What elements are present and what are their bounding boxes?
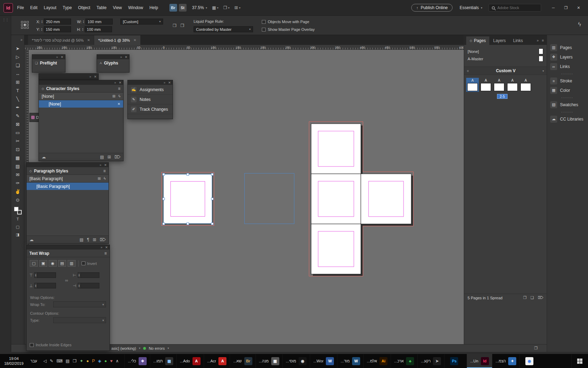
scissors-tool[interactable]: ✂ — [11, 137, 24, 145]
quick-apply-icon[interactable]: ϟ — [104, 176, 106, 181]
menu-item[interactable]: Window — [128, 5, 143, 10]
page-orientation-landscape-button[interactable]: ❐ — [179, 22, 186, 29]
wrap-mode-button[interactable]: ▣ — [39, 260, 47, 267]
page-thumbnail[interactable]: A — [479, 78, 492, 92]
style-group-icon[interactable]: ▤ — [100, 155, 104, 159]
page-size-preset-dropdown[interactable]: [Custom]▾ — [120, 19, 163, 25]
gradient-tool[interactable]: ▩ — [11, 154, 24, 162]
stock-button[interactable]: St — [179, 4, 187, 12]
invert-checkbox[interactable]: Invert — [82, 261, 97, 266]
style-list-item-selected[interactable]: [Basic Paragraph] — [27, 183, 108, 190]
formatting-affects-text-icon[interactable]: T — [11, 215, 24, 223]
liquid-page-rule-dropdown[interactable]: Controlled by Master▾ — [194, 26, 253, 32]
zoom-level-control[interactable]: 37.5%▾ — [192, 5, 207, 10]
selection-handle[interactable] — [211, 198, 214, 200]
stepper-icon[interactable]: ▴▾ — [82, 28, 83, 31]
screen-mode-icon[interactable]: ◨ — [11, 231, 24, 238]
fill-stroke-swatches[interactable] — [13, 206, 22, 215]
cc-sync-icon[interactable]: ☁ — [42, 155, 46, 159]
taskbar-app-button[interactable]: ...Wor W — [310, 354, 337, 368]
wrap-to-dropdown[interactable]: ▾ — [53, 301, 106, 307]
close-button[interactable]: ✕ — [573, 3, 584, 12]
master-page-row[interactable]: A-Master — [464, 55, 547, 62]
include-inside-edges-checkbox[interactable]: Include Inside Edges — [27, 343, 110, 350]
horizontal-ruler[interactable]: 2502001501005005010015020025030035040045… — [24, 45, 464, 50]
panel-menu-icon[interactable]: ≡ — [103, 169, 106, 173]
tab-links[interactable]: Links — [510, 36, 526, 45]
screen-mode-button[interactable]: ❐▾ — [223, 5, 230, 10]
collapse-panel-icon[interactable]: » — [89, 75, 91, 79]
delete-page-icon[interactable]: ⌦ — [538, 295, 543, 300]
tray-icon[interactable]: ● — [104, 359, 107, 363]
cc-sync-icon[interactable]: ☁ — [29, 237, 34, 242]
close-tab-icon[interactable]: ✕ — [87, 38, 90, 42]
tray-icon[interactable]: ✎ — [50, 359, 53, 363]
create-style-icon[interactable]: ⊞ — [93, 237, 96, 242]
master-page-row[interactable]: [None] — [464, 48, 547, 55]
tray-icon[interactable]: P — [92, 359, 95, 363]
document-tab[interactable]: *קטלוג ספרי לימוד.indd @ 56%✕ — [28, 35, 94, 45]
stepper-icon[interactable]: ▴▾ — [83, 20, 84, 23]
delete-style-icon[interactable]: ⌦ — [100, 237, 106, 242]
page-thumbnail[interactable]: A — [466, 78, 479, 92]
dock-item[interactable]: ∞ Links — [547, 62, 588, 71]
gradient-feather-tool[interactable]: ▨ — [11, 162, 24, 170]
close-panel-icon[interactable]: ✕ — [119, 81, 121, 84]
taskbar-app-button[interactable]: ...שא Br — [230, 354, 255, 368]
page-thumbnail[interactable]: A — [519, 78, 532, 92]
menu-item[interactable]: File — [17, 5, 24, 10]
panel-tab-item[interactable]: ✍ Assignments — [128, 85, 173, 95]
tray-icon[interactable]: ♥ — [110, 359, 112, 363]
taskbar-app-button[interactable]: ...Ado A — [176, 354, 204, 368]
width-input[interactable]: 100 mm — [85, 19, 113, 25]
spread-view-icon[interactable]: ❐ — [534, 346, 547, 350]
tray-icon[interactable]: ⌨ — [56, 359, 62, 363]
empty-frame[interactable] — [244, 173, 294, 224]
style-group-icon[interactable]: ▤ — [79, 237, 83, 242]
link-offsets-icon[interactable]: ∞ — [65, 278, 68, 283]
panel-title[interactable]: Text Wrap — [29, 251, 49, 256]
start-button[interactable] — [571, 354, 588, 368]
tray-icon[interactable]: ✦ — [80, 359, 83, 363]
menu-item[interactable]: Help — [149, 5, 158, 10]
wrap-mode-button[interactable]: ◉ — [49, 260, 57, 267]
taskbar-app-button[interactable]: ...כלי ❖ — [124, 354, 149, 368]
menu-item[interactable]: Type — [63, 5, 72, 10]
tray-icon[interactable]: ● — [86, 359, 89, 363]
panel-tab-item[interactable]: ✎ Notes — [128, 95, 173, 104]
panel-title[interactable]: Glyphs — [104, 61, 118, 66]
taskbar-app-button[interactable]: Ps — [444, 354, 467, 368]
chevron-down-icon[interactable]: ▾ — [168, 347, 169, 350]
show-master-page-overlay-checkbox[interactable]: Show Master Page Overlay — [262, 27, 315, 32]
wrap-mode-button[interactable]: ▢ — [30, 260, 38, 267]
view-options-button[interactable]: ▦▾ — [212, 5, 218, 10]
menu-item[interactable]: Object — [78, 5, 90, 10]
dock-item[interactable]: ▧ Swatches — [547, 100, 588, 109]
pencil-tool[interactable]: ✎ — [11, 111, 24, 120]
workspace-switcher[interactable]: Essentials▾ — [460, 5, 482, 10]
height-input[interactable]: 100 mm — [85, 26, 112, 32]
contour-type-dropdown[interactable]: ▾ — [53, 317, 106, 323]
taskbar-app-button[interactable]: ...מוסי ◉ — [282, 354, 310, 368]
dock-item[interactable]: ❖ Layers — [547, 52, 588, 62]
taskbar-app-button[interactable]: ...אלמ Ai — [363, 354, 391, 368]
x-input[interactable]: 250 mm — [44, 19, 71, 25]
selection-handle[interactable] — [162, 198, 165, 200]
tray-icon[interactable]: ◈ — [98, 359, 101, 363]
free-transform-tool[interactable]: ⊡ — [11, 145, 24, 154]
keyboard-language-indicator[interactable]: עבר — [28, 354, 40, 368]
edit-page-size-icon[interactable]: ❐ — [523, 295, 527, 300]
taskbar-app-button[interactable]: ...מוד W — [337, 354, 363, 368]
line-tool[interactable]: ╲ — [11, 95, 24, 103]
selection-handle[interactable] — [187, 223, 189, 225]
page-thumbnail[interactable]: A — [506, 78, 519, 92]
note-tool[interactable]: ✉ — [11, 170, 24, 179]
new-style-icon[interactable]: ⊞ — [98, 176, 101, 181]
dock-item[interactable]: ≡ Stroke — [547, 76, 588, 86]
minimize-button[interactable]: ─ — [547, 3, 559, 12]
collapse-panel-icon[interactable]: » — [56, 55, 58, 59]
left-offset-field[interactable]: ⊢▴▾ — [73, 272, 99, 278]
close-panel-icon[interactable]: ✕ — [168, 81, 171, 84]
dock-grip[interactable]: •••••• — [547, 71, 588, 76]
top-offset-field[interactable]: ⊤▴▾ — [29, 272, 56, 278]
